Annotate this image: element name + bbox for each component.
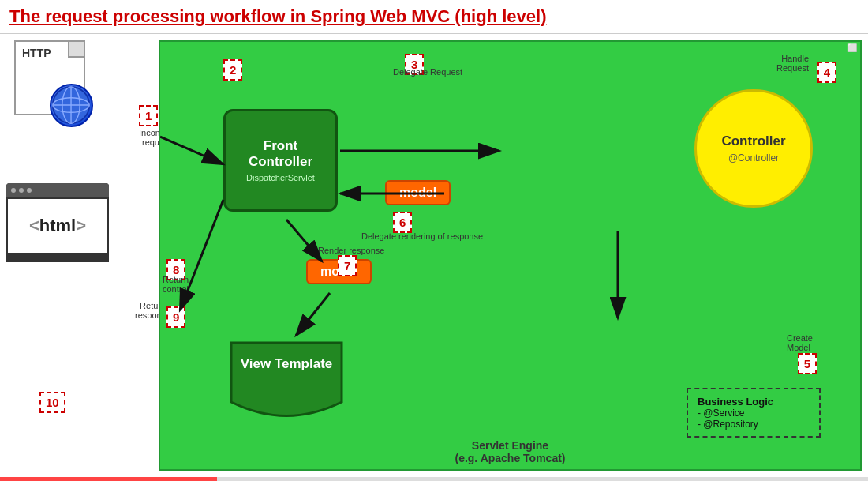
- minimize-icon[interactable]: ⬜: [847, 43, 857, 52]
- business-logic-items: - @Service- @Repository: [698, 408, 810, 430]
- dispatcher-label: DispatcherServlet: [246, 173, 315, 182]
- step9-box: 9: [166, 306, 185, 328]
- page-title: The request processing workflow in Sprin…: [9, 6, 546, 26]
- return-control-label: Returncontrol: [163, 275, 189, 294]
- browser-icon: <html>: [6, 183, 109, 262]
- browser-dot-3: [27, 188, 32, 193]
- browser-titlebar: [6, 183, 109, 197]
- front-controller-label: FrontController: [249, 138, 312, 171]
- delegate-rendering-label: Delegate rendering of response: [361, 231, 483, 241]
- view-template-container: View Template: [227, 339, 346, 418]
- view-template-label: View Template: [227, 356, 346, 372]
- servlet-engine-label: Servlet Engine (e.g. Apache Tomcat): [455, 439, 565, 464]
- model-box-upper: model: [385, 180, 451, 205]
- svg-line-7: [160, 137, 223, 164]
- render-response-label: Render response: [318, 246, 384, 255]
- svg-line-12: [180, 200, 223, 310]
- create-model-label: CreateModel: [787, 333, 813, 352]
- controller-label: Controller: [721, 133, 785, 149]
- step1-box: 1: [139, 105, 158, 126]
- browser-icon-container: <html>: [6, 183, 152, 262]
- step10-area: 10: [39, 392, 65, 413]
- browser-dot-1: [11, 188, 16, 193]
- http-label: HTTP: [22, 47, 51, 59]
- svg-line-10: [286, 220, 322, 261]
- step4-box: 4: [817, 62, 836, 83]
- progress-bar: [0, 477, 868, 481]
- svg-line-11: [296, 293, 330, 336]
- step6-box: 6: [393, 212, 412, 233]
- content-area: HTTP 1 I: [0, 34, 868, 477]
- browser-dot-2: [19, 188, 24, 193]
- business-logic-box: Business Logic - @Service- @Repository: [687, 388, 821, 438]
- step7-box: 7: [338, 255, 357, 276]
- step2-box: 2: [223, 59, 242, 81]
- model-label-upper: model: [399, 186, 436, 199]
- step10-box: 10: [39, 392, 65, 413]
- diagram-area: ⬜ 2 3 Delegate Request HandleRequest 4 F…: [159, 40, 862, 471]
- controller-sub: @Controller: [728, 152, 779, 163]
- front-controller: FrontController DispatcherServlet: [223, 109, 338, 212]
- progress-fill: [0, 477, 217, 481]
- html-label: <html>: [29, 216, 86, 236]
- globe-icon: [50, 84, 93, 127]
- main-container: The request processing workflow in Sprin…: [0, 0, 868, 481]
- left-panel: HTTP 1 I: [6, 40, 152, 471]
- handle-request-label: HandleRequest: [776, 54, 809, 73]
- delegate-request-label: Delegate Request: [393, 67, 462, 77]
- browser-body: <html>: [6, 197, 109, 254]
- controller-circle: Controller @Controller: [694, 89, 813, 208]
- title-bar: The request processing workflow in Sprin…: [0, 0, 868, 34]
- business-logic-title: Business Logic: [698, 396, 810, 408]
- http-document-icon: HTTP: [6, 40, 125, 131]
- step5-box: 5: [798, 353, 817, 374]
